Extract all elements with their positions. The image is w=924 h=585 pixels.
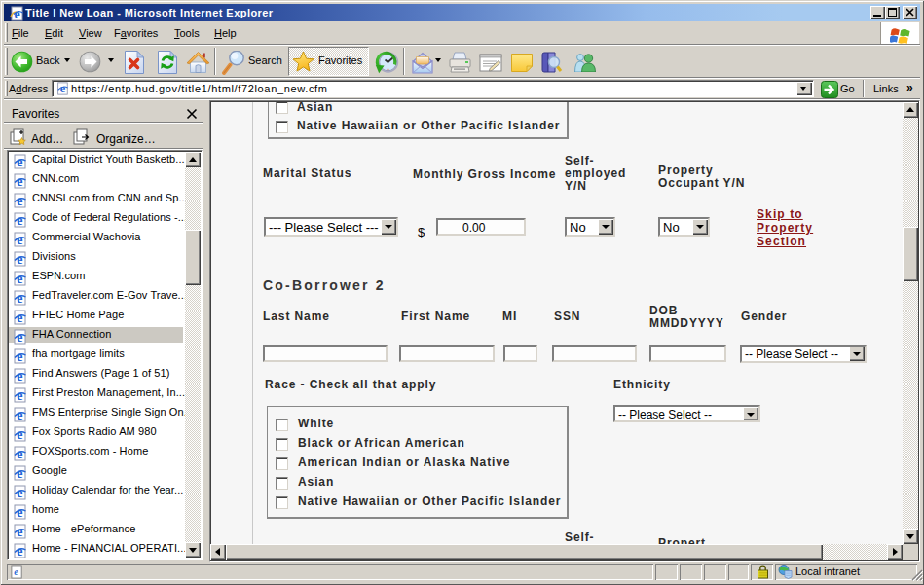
svg-text:e: e [14, 7, 19, 21]
svg-text:e: e [14, 567, 18, 577]
